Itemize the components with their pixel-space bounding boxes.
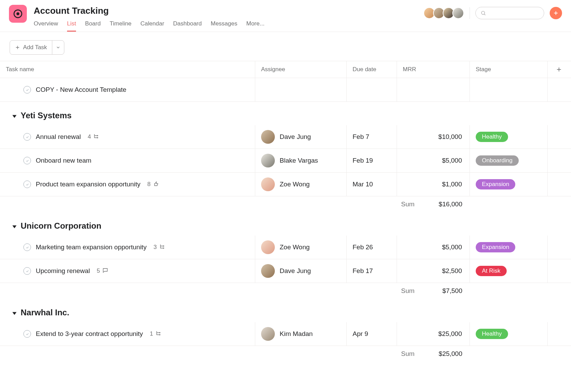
task-name-cell[interactable]: Product team expansion opportunity8 [0,173,255,196]
add-task-button[interactable]: Add Task [10,40,64,55]
section-header[interactable]: Narwhal Inc. [0,299,571,322]
stage-pill: Onboarding [476,155,519,166]
task-row[interactable]: Marketing team expansion opportunity3Zoe… [0,236,571,259]
due-date: Feb 17 [353,267,373,275]
tab-more[interactable]: More... [246,20,265,32]
stage-cell[interactable]: Onboarding [470,149,548,172]
search-input[interactable] [475,7,544,19]
complete-toggle[interactable] [23,243,31,251]
section-sum-row: Sum$25,000 [0,346,571,362]
add-task-dropdown[interactable] [52,41,64,54]
project-title: Account Tracking [34,6,425,16]
mrr-cell[interactable] [397,78,470,101]
task-row[interactable]: Upcoming renewal5Dave JungFeb 17$2,500At… [0,259,571,283]
stage-cell[interactable]: Healthy [470,125,548,149]
task-row[interactable]: Extend to 3-year contract opportunity1Ki… [0,322,571,346]
subtask-icon [159,243,165,251]
tab-timeline[interactable]: Timeline [110,20,132,32]
add-task-main[interactable]: Add Task [10,41,52,54]
due-cell[interactable]: Mar 10 [347,173,397,196]
due-cell[interactable]: Feb 17 [347,259,397,283]
task-meta: 1 [150,330,161,338]
complete-toggle[interactable] [23,181,31,188]
check-icon [25,183,29,186]
task-row[interactable]: Onboard new teamBlake VargasFeb 19$5,000… [0,149,571,173]
mrr-cell[interactable]: $25,000 [397,322,470,346]
mrr-cell[interactable]: $5,000 [397,236,470,259]
header-right [425,7,562,19]
task-name-cell[interactable]: COPY - New Account Template [0,78,255,101]
stage-cell[interactable]: At Risk [470,259,548,283]
due-cell[interactable]: Apr 9 [347,322,397,346]
svg-line-3 [484,14,485,15]
task-row[interactable]: Product team expansion opportunity8Zoe W… [0,173,571,196]
assignee-cell[interactable]: Zoe Wong [255,173,347,196]
col-assignee[interactable]: Assignee [255,61,347,78]
col-due[interactable]: Due date [347,61,397,78]
col-stage[interactable]: Stage [470,61,548,78]
complete-toggle[interactable] [23,267,31,275]
mrr-cell[interactable]: $10,000 [397,125,470,149]
global-add-button[interactable] [550,7,562,19]
task-name-cell[interactable]: Upcoming renewal5 [0,259,255,283]
svg-point-14 [163,246,164,246]
project-members[interactable] [425,7,464,19]
col-mrr[interactable]: MRR [397,61,470,78]
mrr-cell[interactable]: $2,500 [397,259,470,283]
section-sum-row: Sum$7,500 [0,283,571,299]
complete-toggle[interactable] [23,86,31,94]
stage-cell[interactable]: Expansion [470,173,548,196]
row-actions [548,173,570,196]
add-column-button[interactable] [548,61,570,78]
assignee-cell[interactable]: Zoe Wong [255,236,347,259]
check-icon [25,246,29,249]
task-name-cell[interactable]: Onboard new team [0,149,255,172]
complete-toggle[interactable] [23,133,31,141]
sum-label: Sum [401,287,414,295]
tab-overview[interactable]: Overview [34,20,58,32]
tab-list[interactable]: List [67,20,76,32]
row-actions [548,125,570,149]
subtask-icon [155,330,161,338]
task-name-cell[interactable]: Annual renewal4 [0,125,255,149]
meta-count: 1 [150,330,153,337]
assignee-cell[interactable]: Blake Vargas [255,149,347,172]
due-cell[interactable]: Feb 7 [347,125,397,149]
complete-toggle[interactable] [23,330,31,338]
section-header[interactable]: Unicorn Corporation [0,212,571,236]
tab-calendar[interactable]: Calendar [140,20,164,32]
assignee-cell[interactable]: Dave Jung [255,259,347,283]
stage-cell[interactable]: Healthy [470,322,548,346]
complete-toggle[interactable] [23,157,31,164]
task-title: Upcoming renewal [36,267,90,275]
row-actions [548,78,570,101]
meta-count: 5 [97,268,100,274]
task-name-cell[interactable]: Extend to 3-year contract opportunity1 [0,322,255,346]
tab-dashboard[interactable]: Dashboard [173,20,202,32]
task-title: Product team expansion opportunity [36,181,140,188]
section-header[interactable]: Yeti Systems [0,102,571,125]
stage-cell[interactable] [470,78,548,101]
task-row[interactable]: Annual renewal4Dave JungFeb 7$10,000Heal… [0,125,571,149]
assignee-cell[interactable]: Kim Madan [255,322,347,346]
stage-cell[interactable]: Expansion [470,236,548,259]
assignee-cell[interactable] [255,78,347,101]
header: Account Tracking OverviewListBoardTimeli… [0,0,571,32]
assignee-cell[interactable]: Dave Jung [255,125,347,149]
tab-board[interactable]: Board [85,20,100,32]
due-cell[interactable] [347,78,397,101]
check-icon [25,135,29,139]
due-cell[interactable]: Feb 19 [347,149,397,172]
avatar[interactable] [452,7,464,19]
task-meta: 4 [88,133,99,141]
mrr-cell[interactable]: $1,000 [397,173,470,196]
mrr-cell[interactable]: $5,000 [397,149,470,172]
due-cell[interactable]: Feb 26 [347,236,397,259]
tab-messages[interactable]: Messages [211,20,237,32]
assignee-name: Zoe Wong [280,243,310,251]
task-name-cell[interactable]: Marketing team expansion opportunity3 [0,236,255,259]
task-meta: 8 [147,181,159,188]
task-row[interactable]: COPY - New Account Template [0,78,571,102]
col-task[interactable]: Task name [0,61,255,78]
like-icon [153,181,159,188]
